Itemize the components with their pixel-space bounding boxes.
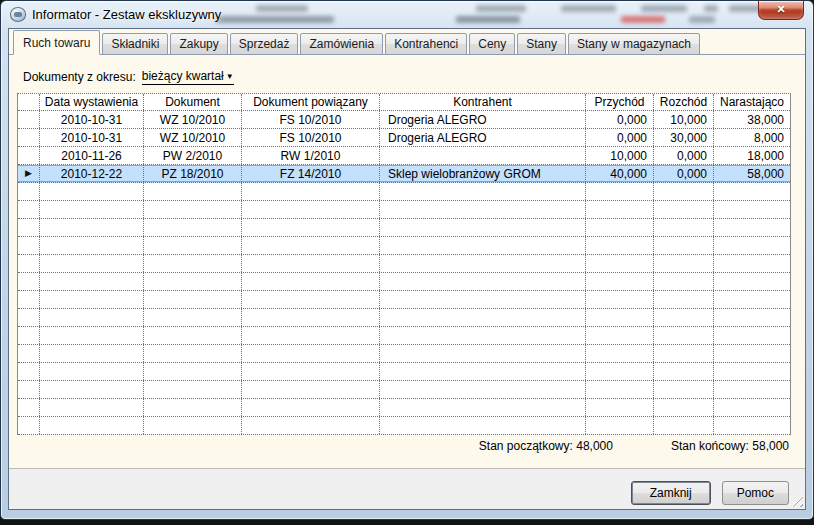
column-header-outcome[interactable]: Rozchód [654,94,714,110]
glass-blob [216,16,334,23]
glass-blob [561,5,616,12]
table-row-empty [18,399,790,417]
window-title: Informator - Zestaw ekskluzywny [32,7,221,22]
table-row[interactable]: 2010-10-31 WZ 10/2010 FS 10/2010 Drogeri… [18,129,790,147]
cell-income: 10,000 [586,147,654,164]
table-body-empty [18,183,790,435]
table-row-empty [18,309,790,327]
close-window-button[interactable]: ✕ [758,1,804,20]
cell-date: 2010-10-31 [40,111,144,128]
movement-table: Data wystawienia Dokument Dokument powią… [17,93,791,435]
glass-blob [641,5,687,12]
row-indicator-cell [18,129,40,146]
table-row-empty [18,327,790,345]
table-row-empty [18,183,790,201]
period-dropdown-value: bieżący kwartał [142,69,224,83]
final-stock: Stan końcowy: 58,000 [671,439,789,453]
column-header-cumulative[interactable]: Narastająco [714,94,790,110]
column-header-document[interactable]: Dokument [144,94,242,110]
chevron-down-icon: ▼ [226,73,234,81]
tab-zakupy[interactable]: Zakupy [170,33,227,55]
cell-outcome: 0,000 [654,165,714,182]
glass-blob [704,5,718,12]
app-icon [10,7,26,22]
resize-grip[interactable] [790,494,803,507]
dialog-window: Informator - Zestaw ekskluzywny ✕ Ruch t… [0,0,814,520]
dialog-footer: Zamknij Pomoc [9,468,805,509]
cell-cumulative: 38,000 [714,111,790,128]
cell-document: WZ 10/2010 [144,111,242,128]
tab-sprzedaz[interactable]: Sprzedaż [230,33,299,55]
table-row-empty [18,273,790,291]
table-row-empty [18,237,790,255]
cell-contractor: Drogeria ALEGRO [380,129,586,146]
help-button[interactable]: Pomoc [722,481,789,505]
period-dropdown[interactable]: bieżący kwartał ▼ [142,69,234,85]
table-row-empty [18,201,790,219]
current-row-marker-icon: ▶ [25,169,32,178]
tab-kontrahenci[interactable]: Kontrahenci [385,33,467,55]
tab-zamowienia[interactable]: Zamówienia [300,33,383,55]
close-button[interactable]: Zamknij [631,481,711,505]
tab-bar: Ruch towaru Składniki Zakupy Sprzedaż Za… [9,29,805,55]
table-row-empty [18,255,790,273]
table-row[interactable]: 2010-10-31 WZ 10/2010 FS 10/2010 Drogeri… [18,111,790,129]
glass-blob [256,5,308,12]
cell-cumulative: 18,000 [714,147,790,164]
period-filter: Dokumenty z okresu: bieżący kwartał ▼ [23,69,234,85]
glass-blob [689,16,715,23]
cell-outcome: 0,000 [654,147,714,164]
table-row-selected[interactable]: ▶ 2010-12-22 PZ 18/2010 FZ 14/2010 Sklep… [18,165,790,183]
cell-document: PW 2/2010 [144,147,242,164]
tab-stany[interactable]: Stany [517,33,566,55]
glass-blob [476,5,526,12]
table-row-empty [18,381,790,399]
glass-blob [621,16,665,23]
cell-document: PZ 18/2010 [144,165,242,182]
cell-document: WZ 10/2010 [144,129,242,146]
column-header-income[interactable]: Przychód [586,94,654,110]
footer-buttons: Zamknij Pomoc [631,481,789,505]
row-indicator-cell [18,147,40,164]
table-row-empty [18,291,790,309]
period-filter-label: Dokumenty z okresu: [23,70,136,84]
cell-related-document: FS 10/2010 [242,129,380,146]
initial-stock: Stan początkowy: 48,000 [479,439,613,453]
table-row[interactable]: 2010-11-26 PW 2/2010 RW 1/2010 10,000 0,… [18,147,790,165]
table-row-empty [18,219,790,237]
cell-related-document: FZ 14/2010 [242,165,380,182]
table-row-empty [18,363,790,381]
cell-cumulative: 8,000 [714,129,790,146]
glass-blob [456,16,520,23]
column-header-date[interactable]: Data wystawienia [40,94,144,110]
cell-contractor [380,147,586,164]
table-header-row: Data wystawienia Dokument Dokument powią… [18,94,790,111]
column-header-related-document[interactable]: Dokument powiązany [242,94,380,110]
cell-income: 0,000 [586,129,654,146]
cell-outcome: 30,000 [654,129,714,146]
titlebar[interactable]: Informator - Zestaw ekskluzywny ✕ [1,1,813,28]
tab-ceny[interactable]: Ceny [469,33,515,55]
close-icon: ✕ [759,1,803,18]
cell-income: 0,000 [586,111,654,128]
cell-related-document: RW 1/2010 [242,147,380,164]
cell-date: 2010-10-31 [40,129,144,146]
cell-contractor: Drogeria ALEGRO [380,111,586,128]
table-row-empty [18,345,790,363]
table-row-empty [18,417,790,435]
stock-summary: Stan początkowy: 48,000 Stan końcowy: 58… [479,439,789,453]
cell-related-document: FS 10/2010 [242,111,380,128]
row-indicator-cell: ▶ [18,165,40,182]
tab-ruch-towaru[interactable]: Ruch towaru [13,30,100,55]
cell-date: 2010-12-22 [40,165,144,182]
dialog-client-area: Ruch towaru Składniki Zakupy Sprzedaż Za… [8,28,806,510]
tab-skladniki[interactable]: Składniki [102,33,168,55]
cell-cumulative: 58,000 [714,165,790,182]
column-header-contractor[interactable]: Kontrahent [380,94,586,110]
cell-income: 40,000 [586,165,654,182]
cell-contractor: Sklep wielobranżowy GROM [380,165,586,182]
cell-outcome: 10,000 [654,111,714,128]
tab-stany-w-magazynach[interactable]: Stany w magazynach [568,33,700,55]
cell-date: 2010-11-26 [40,147,144,164]
indicator-column-header [18,94,40,110]
